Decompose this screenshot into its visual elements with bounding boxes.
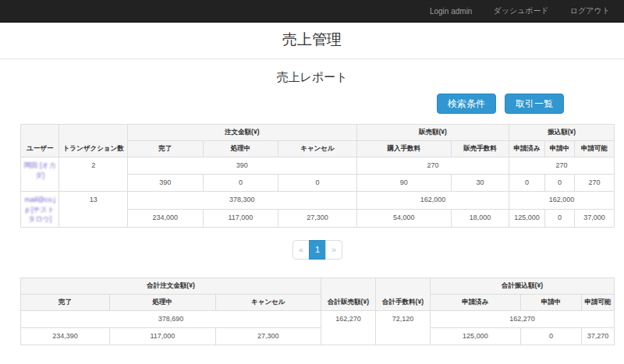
- total-transfer-cell: 162,270: [431, 311, 615, 328]
- total-processing-cell: 117,000: [110, 328, 215, 345]
- total-cancelled-cell: 27,300: [215, 328, 321, 345]
- report-header-groups-row: ユーザー トランザクション数 注文金額(¥) 販売額(¥) 振込額(¥): [21, 125, 615, 141]
- top-navbar: Login admin ダッシュボード ログアウト: [0, 0, 624, 23]
- col-header-applied: 申請済み: [431, 295, 521, 311]
- col-header-processing: 処理中: [110, 295, 215, 311]
- main-container: 検索条件 取引一覧 ユーザー トランザクション数 注文金額(¥) 販売額(¥) …: [20, 94, 615, 345]
- col-header-user: ユーザー: [21, 125, 59, 157]
- transfer-total-cell: 270: [509, 157, 615, 175]
- processing-cell: 117,000: [203, 210, 278, 228]
- applying-cell: 0: [544, 175, 574, 192]
- col-header-available: 申請可能: [582, 295, 615, 311]
- transaction-list-button[interactable]: 取引一覧: [505, 94, 564, 114]
- col-header-completed: 完了: [21, 295, 110, 311]
- col-group-sales-amount: 販売額(¥): [356, 125, 509, 141]
- user-link[interactable]: mail@co.jp [テストタロウ]: [24, 196, 55, 222]
- nav-login-admin[interactable]: Login admin: [430, 7, 472, 16]
- nav-logout[interactable]: ログアウト: [570, 5, 610, 16]
- transactions-cell: 2: [59, 157, 128, 192]
- available-cell: 270: [574, 175, 614, 192]
- pagination-prev[interactable]: «: [292, 240, 310, 260]
- col-group-transfer-amount: 振込額(¥): [509, 125, 615, 141]
- pagination-page-1[interactable]: 1: [309, 240, 326, 260]
- total-applied-cell: 125,000: [431, 328, 521, 345]
- col-header-total-sales: 合計販売額(¥): [321, 278, 376, 311]
- page-title: 売上管理: [0, 23, 624, 59]
- summary-header-row: 完了 処理中 キャンセル 申請済み 申請中 申請可能: [21, 295, 615, 311]
- summary-header-groups-row: 合計注文金額(¥) 合計販売額(¥) 合計手数料(¥) 合計振込額(¥): [21, 278, 615, 295]
- sales-fee-cell: 30: [451, 175, 509, 192]
- applying-cell: 0: [544, 210, 574, 228]
- applied-cell: 125,000: [509, 210, 545, 228]
- sales-summary-table: 合計注文金額(¥) 合計販売額(¥) 合計手数料(¥) 合計振込額(¥) 完了 …: [20, 277, 615, 345]
- purchase-fee-cell: 54,000: [356, 210, 451, 228]
- total-applying-cell: 0: [520, 328, 581, 345]
- sales-report-table: ユーザー トランザクション数 注文金額(¥) 販売額(¥) 振込額(¥) 完了 …: [20, 124, 615, 228]
- col-header-cancelled: キャンセル: [278, 141, 356, 157]
- col-group-order-amount: 注文金額(¥): [127, 125, 356, 141]
- col-header-available: 申請可能: [574, 141, 614, 157]
- toolbar: 検索条件 取引一覧: [20, 94, 615, 114]
- total-order-cell: 378,690: [21, 311, 321, 328]
- col-group-total-transfer: 合計振込額(¥): [431, 278, 615, 295]
- summary-row: 378,690 162,270 72,120 162,270: [21, 311, 615, 328]
- col-header-cancelled: キャンセル: [215, 295, 321, 311]
- pagination-next[interactable]: »: [325, 240, 342, 260]
- user-link[interactable]: 岡田 [オカダ]: [24, 161, 56, 178]
- completed-cell: 390: [127, 175, 203, 192]
- col-header-processing: 処理中: [203, 141, 278, 157]
- available-cell: 37,000: [574, 210, 614, 228]
- transfer-total-cell: 162,000: [509, 192, 615, 210]
- col-header-completed: 完了: [127, 141, 203, 157]
- search-conditions-button[interactable]: 検索条件: [437, 94, 496, 114]
- cancelled-cell: 27,300: [278, 210, 356, 228]
- order-total-cell: 378,300: [127, 192, 356, 210]
- total-fee-cell: 72,120: [376, 311, 431, 345]
- cancelled-cell: 0: [278, 175, 356, 192]
- col-header-purchase-fee: 購入手数料: [356, 141, 451, 157]
- col-header-applying: 申請中: [544, 141, 574, 157]
- user-cell: 岡田 [オカダ]: [21, 157, 59, 192]
- nav-dashboard[interactable]: ダッシュボード: [493, 5, 548, 16]
- transactions-cell: 13: [59, 192, 128, 227]
- col-header-transactions: トランザクション数: [59, 125, 128, 157]
- pagination: « 1 »: [20, 240, 615, 260]
- table-row: mail@co.jp [テストタロウ] 13 378,300 162,000 1…: [21, 192, 615, 210]
- completed-cell: 234,000: [127, 210, 203, 228]
- sales-total-cell: 162,000: [356, 192, 509, 210]
- applied-cell: 0: [509, 175, 545, 192]
- col-group-total-order: 合計注文金額(¥): [21, 278, 321, 295]
- total-sales-cell: 162,270: [321, 311, 376, 345]
- user-cell: mail@co.jp [テストタロウ]: [21, 192, 59, 227]
- sales-total-cell: 270: [356, 157, 509, 175]
- summary-row: 234,390 117,000 27,300 125,000 0 37,270: [21, 328, 615, 345]
- processing-cell: 0: [203, 175, 278, 192]
- col-header-applied: 申請済み: [509, 141, 545, 157]
- page-subtitle: 売上レポート: [0, 70, 624, 85]
- total-completed-cell: 234,390: [21, 328, 110, 345]
- col-header-applying: 申請中: [520, 295, 581, 311]
- sales-fee-cell: 18,000: [451, 210, 509, 228]
- total-available-cell: 37,270: [582, 328, 615, 345]
- order-total-cell: 390: [127, 157, 356, 175]
- purchase-fee-cell: 90: [356, 175, 451, 192]
- col-header-total-fee: 合計手数料(¥): [376, 278, 431, 311]
- col-header-sales-fee: 販売手数料: [451, 141, 509, 157]
- table-row: 岡田 [オカダ] 2 390 270 270: [21, 157, 615, 175]
